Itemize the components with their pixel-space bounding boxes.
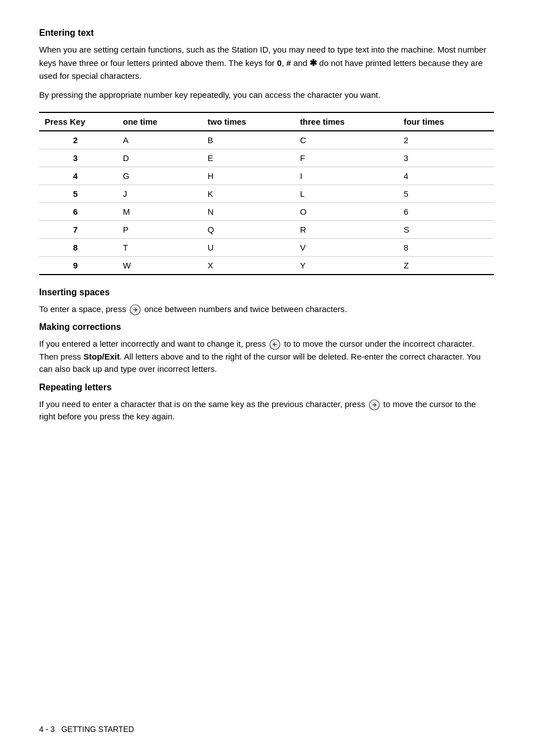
key-table: Press Key one time two times three times…: [39, 112, 494, 275]
entering-text-section: Entering text When you are setting certa…: [39, 28, 494, 275]
table-row: 5JKL5: [39, 185, 494, 202]
table-header-row: Press Key one time two times three times…: [39, 112, 494, 131]
intro-bold-0: 0: [277, 58, 282, 68]
repeating-letters-paragraph: If you need to enter a character that is…: [39, 398, 494, 423]
table-cell-r3-c2: K: [202, 185, 294, 202]
table-cell-r6-c0: 8: [39, 238, 117, 256]
table-cell-r6-c1: T: [117, 238, 202, 256]
arrow-left-icon: [269, 339, 280, 350]
table-cell-r0-c4: 2: [398, 131, 494, 149]
inserting-spaces-section: Inserting spaces To enter a space, press…: [39, 287, 494, 316]
table-cell-r2-c0: 4: [39, 167, 117, 185]
table-row: 6MNO6: [39, 202, 494, 220]
inserting-spaces-paragraph: To enter a space, press once between num…: [39, 303, 494, 316]
table-body: 2ABC23DEF34GHI45JKL56MNO67PQRS8TUV89WXYZ: [39, 131, 494, 275]
table-cell-r5-c4: S: [398, 220, 494, 238]
arrow-right-icon: [130, 304, 141, 315]
table-cell-r7-c1: W: [117, 256, 202, 275]
table-cell-r7-c4: Z: [398, 256, 494, 275]
making-corrections-paragraph: If you entered a letter incorrectly and …: [39, 338, 494, 376]
table-row: 3DEF3: [39, 149, 494, 167]
entering-text-paragraph1: When you are setting certain functions, …: [39, 44, 494, 82]
arrow-right-icon-2: [369, 399, 380, 410]
repeating-letters-section: Repeating letters If you need to enter a…: [39, 382, 494, 423]
intro-bold-hash: #: [286, 58, 291, 68]
table-cell-r7-c0: 9: [39, 256, 117, 275]
repeating-letters-text-before: If you need to enter a character that is…: [39, 399, 368, 409]
col-header-three-times: three times: [294, 112, 398, 131]
making-corrections-text-before: If you entered a letter incorrectly and …: [39, 339, 268, 348]
table-cell-r6-c2: U: [202, 238, 294, 256]
table-cell-r3-c4: 5: [398, 185, 494, 202]
table-row: 9WXYZ: [39, 256, 494, 275]
table-cell-r3-c0: 5: [39, 185, 117, 202]
table-row: 4GHI4: [39, 167, 494, 185]
table-row: 8TUV8: [39, 238, 494, 256]
col-header-press-key: Press Key: [39, 112, 117, 131]
table-cell-r0-c0: 2: [39, 131, 117, 149]
table-cell-r5-c1: P: [117, 220, 202, 238]
table-row: 2ABC2: [39, 131, 494, 149]
inserting-spaces-text-after: once between numbers and twice between c…: [142, 304, 347, 314]
table-cell-r6-c3: V: [294, 238, 398, 256]
table-cell-r1-c3: F: [294, 149, 398, 167]
table-cell-r3-c1: J: [117, 185, 202, 202]
repeating-letters-title: Repeating letters: [39, 382, 494, 393]
col-header-one-time: one time: [117, 112, 202, 131]
making-corrections-to: to: [284, 339, 291, 348]
making-corrections-section: Making corrections If you entered a lett…: [39, 322, 494, 376]
intro-star-symbol: ✱: [310, 58, 317, 68]
table-cell-r2-c3: I: [294, 167, 398, 185]
table-cell-r1-c2: E: [202, 149, 294, 167]
col-header-four-times: four times: [398, 112, 494, 131]
inserting-spaces-title: Inserting spaces: [39, 287, 494, 297]
table-cell-r6-c4: 8: [398, 238, 494, 256]
table-cell-r3-c3: L: [294, 185, 398, 202]
table-cell-r1-c1: D: [117, 149, 202, 167]
table-cell-r5-c3: R: [294, 220, 398, 238]
making-corrections-stopexist: Stop/Exit: [83, 352, 120, 361]
col-header-two-times: two times: [202, 112, 294, 131]
table-cell-r0-c1: A: [117, 131, 202, 149]
table-cell-r0-c2: B: [202, 131, 294, 149]
table-cell-r2-c1: G: [117, 167, 202, 185]
table-cell-r7-c2: X: [202, 256, 294, 275]
page-footer: 4 - 3 GETTING STARTED: [39, 725, 134, 734]
making-corrections-title: Making corrections: [39, 322, 494, 332]
inserting-spaces-text-before: To enter a space, press: [39, 304, 129, 314]
table-cell-r2-c4: 4: [398, 167, 494, 185]
table-cell-r4-c0: 6: [39, 202, 117, 220]
table-cell-r5-c0: 7: [39, 220, 117, 238]
footer-section: GETTING STARTED: [61, 725, 134, 734]
entering-text-title: Entering text: [39, 28, 494, 38]
table-cell-r4-c1: M: [117, 202, 202, 220]
table-cell-r1-c0: 3: [39, 149, 117, 167]
footer-chapter: 4 - 3: [39, 725, 55, 734]
entering-text-paragraph2: By pressing the appropriate number key r…: [39, 89, 494, 102]
intro-and: and: [291, 58, 310, 68]
table-cell-r0-c3: C: [294, 131, 398, 149]
table-cell-r5-c2: Q: [202, 220, 294, 238]
table-cell-r4-c3: O: [294, 202, 398, 220]
table-cell-r1-c4: 3: [398, 149, 494, 167]
key-table-container: Press Key one time two times three times…: [39, 112, 494, 275]
table-cell-r2-c2: H: [202, 167, 294, 185]
table-row: 7PQRS: [39, 220, 494, 238]
table-cell-r4-c4: 6: [398, 202, 494, 220]
table-cell-r4-c2: N: [202, 202, 294, 220]
table-cell-r7-c3: Y: [294, 256, 398, 275]
